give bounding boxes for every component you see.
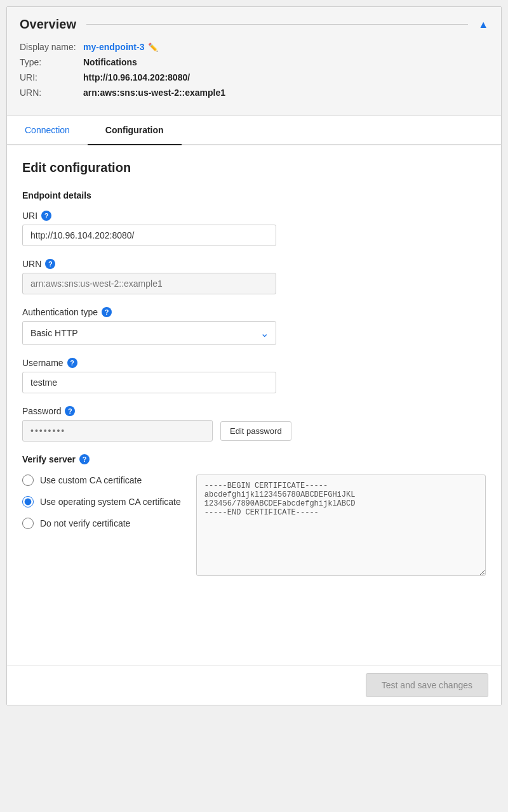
edit-password-button[interactable]: Edit password: [220, 421, 291, 441]
password-field-group: Password ? Edit password: [22, 406, 486, 442]
tab-connection[interactable]: Connection: [7, 116, 88, 145]
display-name-label: Display name:: [20, 42, 83, 52]
overview-title: Overview: [20, 17, 76, 32]
main-content: Edit configuration Endpoint details URI …: [7, 145, 501, 627]
urn-help-icon[interactable]: ?: [45, 259, 55, 269]
collapse-icon[interactable]: ▲: [478, 19, 488, 30]
overview-divider: [86, 24, 468, 25]
radio-no-verify-input[interactable]: [22, 518, 34, 529]
username-field-group: Username ?: [22, 358, 486, 393]
radio-options: Use custom CA certificate Use operating …: [22, 475, 181, 529]
auth-type-label: Authentication type: [22, 307, 98, 317]
radio-custom-ca-input[interactable]: [22, 475, 34, 486]
radio-no-verify-label: Do not verify certificate: [40, 518, 130, 528]
verify-server-section: Verify server ? Use custom CA certificat…: [22, 454, 486, 576]
urn-input[interactable]: [22, 273, 276, 294]
urn-field-label: URN: [22, 259, 41, 269]
uri-field-group: URI ?: [22, 211, 486, 246]
password-row: Edit password: [22, 420, 340, 442]
type-label: Type:: [20, 57, 83, 67]
radio-os-ca-label: Use operating system CA certificate: [40, 497, 181, 507]
type-value: Notifications: [83, 57, 137, 67]
auth-type-field-group: Authentication type ? Basic HTTP None OA…: [22, 307, 486, 345]
tabs-bar: Connection Configuration: [7, 116, 501, 145]
certificate-textarea[interactable]: -----BEGIN CERTIFICATE----- abcdefghijkl…: [196, 475, 486, 576]
auth-type-dropdown-wrapper: Basic HTTP None OAuth2 Token ⌄: [22, 321, 276, 345]
tab-configuration[interactable]: Configuration: [88, 116, 182, 145]
page-footer: Test and save changes: [7, 665, 501, 705]
uri-overview-label: URI:: [20, 72, 83, 82]
verify-server-header: Verify server ?: [22, 454, 486, 464]
auth-type-help-icon[interactable]: ?: [102, 307, 112, 317]
display-name-value: my-endpoint-3: [83, 42, 144, 52]
uri-input[interactable]: [22, 225, 276, 246]
verify-options-layout: Use custom CA certificate Use operating …: [22, 475, 486, 576]
edit-config-title: Edit configuration: [22, 160, 486, 175]
radio-os-ca[interactable]: Use operating system CA certificate: [22, 496, 181, 508]
overview-row-type: Type: Notifications: [20, 57, 488, 67]
urn-overview-value: arn:aws:sns:us-west-2::example1: [83, 88, 225, 98]
username-help-icon[interactable]: ?: [67, 358, 77, 368]
auth-type-select[interactable]: Basic HTTP None OAuth2 Token: [22, 321, 276, 345]
overview-row-display-name: Display name: my-endpoint-3 ✏️: [20, 42, 488, 52]
test-save-button[interactable]: Test and save changes: [366, 673, 488, 697]
password-label: Password: [22, 406, 61, 416]
uri-field-label: URI: [22, 211, 37, 221]
username-label: Username: [22, 358, 64, 368]
radio-custom-ca[interactable]: Use custom CA certificate: [22, 475, 181, 486]
urn-field-group: URN ?: [22, 259, 486, 294]
radio-os-ca-input[interactable]: [22, 496, 34, 508]
radio-no-verify[interactable]: Do not verify certificate: [22, 518, 181, 529]
username-input[interactable]: [22, 372, 276, 393]
overview-row-urn: URN: arn:aws:sns:us-west-2::example1: [20, 88, 488, 98]
edit-display-name-icon[interactable]: ✏️: [148, 43, 158, 52]
urn-overview-label: URN:: [20, 88, 83, 98]
verify-server-help-icon[interactable]: ?: [79, 454, 90, 464]
verify-server-label: Verify server: [22, 454, 76, 464]
uri-overview-value: http://10.96.104.202:8080/: [83, 72, 190, 82]
uri-help-icon[interactable]: ?: [41, 211, 51, 221]
password-help-icon[interactable]: ?: [65, 406, 75, 416]
password-input[interactable]: [22, 420, 213, 442]
overview-row-uri: URI: http://10.96.104.202:8080/: [20, 72, 488, 82]
overview-section: Overview ▲ Display name: my-endpoint-3 ✏…: [7, 7, 501, 116]
endpoint-details-label: Endpoint details: [22, 190, 486, 200]
radio-custom-ca-label: Use custom CA certificate: [40, 475, 142, 485]
